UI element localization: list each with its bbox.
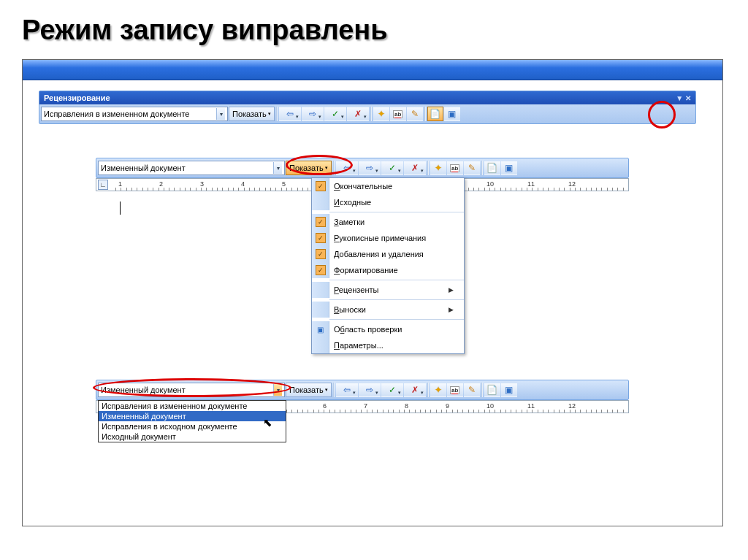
display-mode-combo-open[interactable]: Измененный документ ▾ [98,383,285,397]
chevron-down-icon: ▾ [325,387,328,393]
list-item[interactable]: Измененный документ [99,411,286,421]
menu-item-label: Заметки [334,218,365,226]
show-label: Показать [289,164,324,172]
separator [276,107,278,121]
menu-item[interactable]: ✓Добавления и удаления [312,246,464,262]
previous-change-button[interactable]: ⇦ [336,161,358,175]
new-comment-button[interactable]: ✦ [430,161,446,175]
arrow-left-icon: ⇦ [343,385,351,395]
new-comment-button[interactable]: ✦ [430,383,446,397]
menu-icon-col [312,337,329,353]
abc-icon: ab [450,386,459,394]
display-mode-combo[interactable]: Измененный документ ▾ [98,161,285,175]
next-change-button[interactable]: ⇨ [302,107,324,121]
combo-value: Измененный документ [101,164,186,172]
ruler-number: 11 [527,180,535,188]
pane-icon: ▣ [317,326,324,334]
tab-selector[interactable]: ∟ [98,180,108,190]
ruler-number: 8 [405,402,408,410]
accept-change-button[interactable]: ✓ [381,383,403,397]
show-button-active[interactable]: Показать ▾ [286,161,332,175]
menu-icon-col: ▣ [312,321,329,337]
ruler-number: 7 [364,402,367,410]
show-button[interactable]: Показать ▾ [229,107,275,121]
menu-item[interactable]: Параметры... [312,337,464,353]
ruler-number: 2 [159,180,163,188]
check-icon: ✓ [332,109,339,119]
review-pane-button[interactable]: ▣ [501,383,517,397]
abc-icon: ab [393,110,402,118]
review-toolbar-2: Измененный документ ▾ Показать ▾ ⇦ ⇨ ✓ ✗… [96,158,629,178]
display-mode-combo[interactable]: Исправления в измененном документе ▾ [41,107,228,121]
list-item[interactable]: Исходный документ [99,431,286,442]
submenu-arrow-icon: ▶ [449,286,454,294]
highlight-button[interactable]: ab [447,161,463,175]
ruler-number: 11 [527,402,535,410]
chevron-down-icon: ▾ [273,162,282,174]
display-mode-listbox: Исправления в измененном документеИзмене… [98,400,286,442]
combo-value: Измененный документ [101,386,186,394]
review-pane-button[interactable]: ▣ [444,107,460,121]
check-icon: ✓ [389,163,396,173]
pencil-icon: ✎ [468,385,476,395]
review-toolbar-3: Измененный документ ▾ Показать ▾ ⇦ ⇨ ✓ ✗… [96,380,629,400]
menu-icon-col [312,194,329,210]
separator [427,383,429,397]
review-toolbar-1: Рецензирование ▼ ✕ Исправления в изменен… [39,91,696,124]
pane-icon: ▣ [505,163,513,173]
accept-change-button[interactable]: ✓ [381,161,403,175]
previous-change-button[interactable]: ⇦ [279,107,301,121]
menu-item[interactable]: ✓Заметки [312,214,464,230]
new-comment-button[interactable]: ✦ [373,107,389,121]
sparkle-icon: ✦ [435,163,442,173]
chevron-down-icon: ▾ [216,108,225,120]
highlight-button[interactable]: ab [390,107,406,121]
menu-item[interactable]: Рецензенты▶ [312,282,464,298]
ruler-number: 5 [282,180,286,188]
reject-change-button[interactable]: ✗ [404,383,426,397]
menu-item[interactable]: Выноски▶ [312,302,464,318]
text-caret [120,202,121,215]
next-change-button[interactable]: ⇨ [359,161,381,175]
track-changes-button[interactable]: 📄 [427,107,443,121]
track-changes-button[interactable]: 📄 [484,383,500,397]
menu-item-label: Рукописные примечания [334,234,426,242]
menu-item[interactable]: ✓Рукописные примечания [312,230,464,246]
toolbar-title: Рецензирование [44,93,110,102]
previous-change-button[interactable]: ⇦ [336,383,358,397]
reject-change-button[interactable]: ✗ [404,161,426,175]
cross-icon: ✗ [411,163,419,173]
document-star-icon: 📄 [486,385,497,395]
toolbar-header[interactable]: Рецензирование ▼ ✕ [39,91,695,104]
menu-icon-col: ✓ [312,262,329,278]
pen-button[interactable]: ✎ [464,161,480,175]
pen-button[interactable]: ✎ [464,383,480,397]
ruler-number: 3 [200,180,204,188]
track-changes-button[interactable]: 📄 [484,161,500,175]
accept-change-button[interactable]: ✓ [324,107,346,121]
menu-item[interactable]: Исходные [312,194,464,210]
menu-item[interactable]: ✓Окончательные [312,178,464,194]
chevron-down-icon: ▾ [273,384,282,396]
list-item[interactable]: Исправления в измененном документе [99,401,286,411]
menu-item[interactable]: ▣Область проверки [312,321,464,337]
review-pane-button[interactable]: ▣ [501,161,517,175]
show-button[interactable]: Показать ▾ [286,383,332,397]
menu-icon-col: ✓ [312,178,329,194]
show-label: Показать [289,386,324,394]
reject-change-button[interactable]: ✗ [347,107,369,121]
check-icon: ✓ [316,265,326,275]
next-change-button[interactable]: ⇨ [359,383,381,397]
menu-icon-col: ✓ [312,246,329,262]
menu-item-label: Исходные [334,198,371,207]
ruler-number: 10 [486,180,494,188]
pen-button[interactable]: ✎ [407,107,423,121]
toolbar-controls[interactable]: ▼ ✕ [676,94,691,102]
menu-item[interactable]: ✓Форматирование [312,262,464,278]
menu-item-label: Параметры... [334,341,383,350]
list-item[interactable]: Исправления в исходном документе [99,421,286,431]
menu-icon-col [312,282,329,298]
highlight-button[interactable]: ab [447,383,463,397]
slide-title: Режим запису виправлень [22,15,726,46]
submenu-arrow-icon: ▶ [449,306,454,313]
